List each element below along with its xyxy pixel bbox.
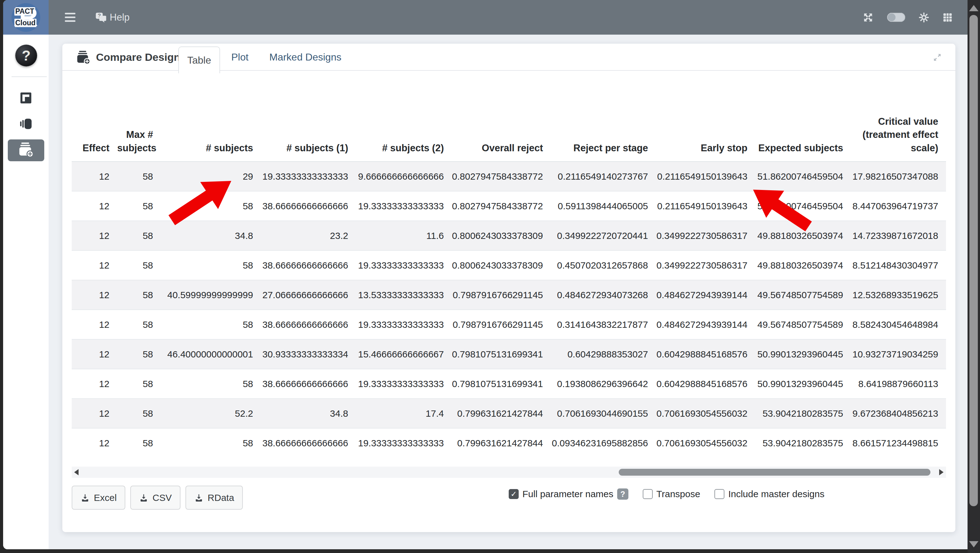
rdata-button[interactable]: RData: [186, 486, 243, 510]
card-expand-icon[interactable]: [932, 53, 942, 64]
checkbox-include-master-designs[interactable]: ✓ Include master designs: [714, 489, 824, 499]
settings-sun-icon[interactable]: [919, 13, 929, 22]
table-cell: 8.64198879660113: [851, 369, 946, 398]
vertical-scrollbar-thumb[interactable]: [969, 15, 978, 506]
checkbox-check-icon[interactable]: ✓: [643, 489, 653, 499]
tab-table[interactable]: Table: [178, 46, 220, 73]
theme-toggle-switch[interactable]: [887, 13, 905, 22]
table-cell: 17.98216507347088: [851, 162, 946, 191]
download-icon: [194, 493, 204, 502]
table-cell: 58: [117, 162, 161, 191]
scroll-left-arrow-icon[interactable]: [74, 469, 78, 475]
table-cell: 38.66666666666666: [261, 191, 356, 221]
table-cell: 58: [117, 310, 161, 339]
table-cell: 0.799631621427844: [452, 428, 551, 458]
horizontal-scrollbar[interactable]: [72, 467, 946, 478]
table-cell: 8.512148430304977: [851, 250, 946, 280]
column-header[interactable]: Effect: [72, 91, 117, 162]
checkbox-check-icon[interactable]: ✓: [509, 489, 519, 499]
table-cell: 46.40000000000001: [161, 339, 261, 369]
compare-designs-icon: [18, 142, 34, 159]
help-label: Help: [110, 12, 130, 23]
column-header[interactable]: # subjects: [161, 91, 261, 162]
question-avatar[interactable]: ?: [15, 45, 37, 67]
fullscreen-icon[interactable]: [863, 12, 873, 23]
compare-designs-title-icon: [76, 50, 91, 65]
vertical-scrollbar[interactable]: [967, 0, 980, 553]
tab-plot-label: Plot: [231, 51, 248, 63]
content-area: Compare Designs Table Plot Marked Design…: [49, 35, 967, 549]
scroll-right-arrow-icon[interactable]: [939, 469, 943, 475]
table-cell: 49.56748507754589: [755, 310, 851, 339]
horizontal-scrollbar-thumb[interactable]: [619, 469, 931, 476]
table-cell: 38.66666666666666: [261, 310, 356, 339]
pact-cloud-logo-icon: R PACT Cloud: [11, 3, 40, 32]
sidebar-item-compare-designs[interactable]: [8, 139, 44, 161]
table-cell: 50.99013293960445: [755, 369, 851, 398]
table-cell: 0.7981075131699341: [452, 369, 551, 398]
card-header: Compare Designs Table Plot Marked Design…: [62, 44, 955, 71]
tab-marked-designs[interactable]: Marked Designs: [269, 44, 341, 71]
table-cell: 0.2116549150139643: [656, 191, 755, 221]
column-header[interactable]: Overall reject: [452, 91, 551, 162]
apps-grid-icon[interactable]: [943, 13, 953, 22]
table-cell: 8.447063964719737: [851, 191, 946, 221]
column-header[interactable]: # subjects (2): [356, 91, 452, 162]
table-row: 12585838.6666666666666619.33333333333333…: [72, 191, 946, 221]
table-cell: 58: [117, 221, 161, 250]
table-cell: 0.7061693044690155: [551, 398, 656, 428]
sidebar-item-flip-panel[interactable]: [3, 92, 49, 105]
table-cell: 12: [72, 191, 117, 221]
table-cell: 58: [117, 398, 161, 428]
column-header[interactable]: Critical value (treatment effect scale): [851, 91, 946, 162]
scroll-down-arrow-icon[interactable]: [969, 541, 978, 547]
table-cell: 12: [72, 369, 117, 398]
table-cell: 8.582430454648984: [851, 310, 946, 339]
help-chat-icon: ?: [95, 12, 107, 23]
app-window: R PACT Cloud ? Help: [3, 0, 967, 549]
table-body: 12582919.333333333333339.666666666666666…: [72, 162, 946, 458]
excel-button[interactable]: Excel: [72, 486, 125, 510]
table-cell: 0.60429888353027: [551, 339, 656, 369]
table-cell: 13.53333333333333: [356, 280, 452, 310]
checkbox-full-parameter-names[interactable]: ✓ Full parameter names ?: [509, 488, 628, 500]
table-row: 125852.234.817.40.7996316214278440.70616…: [72, 398, 946, 428]
table-cell: 38.66666666666666: [261, 428, 356, 458]
checkbox-label: Full parameter names: [522, 489, 613, 499]
checkbox-transpose[interactable]: ✓ Transpose: [643, 489, 700, 499]
column-header[interactable]: Expected subjects: [755, 91, 851, 162]
table-cell: 0.2116549150139643: [656, 162, 755, 191]
checkbox-check-icon[interactable]: ✓: [714, 489, 724, 499]
table-cell: 58: [117, 280, 161, 310]
column-header[interactable]: Early stop: [656, 91, 755, 162]
table-cell: 0.7987916766291145: [452, 310, 551, 339]
sidebar-item-card-stack[interactable]: [3, 117, 49, 132]
csv-button[interactable]: CSV: [130, 486, 180, 510]
excel-button-label: Excel: [94, 492, 116, 503]
help-badge-icon[interactable]: ?: [617, 488, 628, 500]
table-cell: 53.9042180283575: [755, 428, 851, 458]
table-cell: 9.666666666666666: [356, 162, 452, 191]
sidebar-divider: [11, 76, 47, 77]
table-cell: 14.72339871672018: [851, 221, 946, 250]
column-header[interactable]: # subjects (1): [261, 91, 356, 162]
designs-table-wrap: EffectMax # subjects# subjects# subjects…: [72, 91, 946, 458]
table-cell: 58: [161, 428, 261, 458]
table-cell: 58: [117, 339, 161, 369]
scroll-up-arrow-icon[interactable]: [969, 5, 978, 11]
table-cell: 0.6042988845168576: [656, 339, 755, 369]
table-cell: 0.7987916766291145: [452, 280, 551, 310]
table-cell: 19.33333333333333: [356, 310, 452, 339]
brand-logo[interactable]: R PACT Cloud: [3, 0, 49, 35]
tab-plot[interactable]: Plot: [231, 44, 248, 71]
hamburger-menu-icon[interactable]: [65, 13, 75, 22]
table-cell: 12: [72, 339, 117, 369]
table-cell: 8.661571234498815: [851, 428, 946, 458]
table-cell: 19.33333333333333: [356, 250, 452, 280]
column-header[interactable]: Reject per stage: [551, 91, 656, 162]
table-row: 12585838.6666666666666619.33333333333333…: [72, 369, 946, 398]
column-header[interactable]: Max # subjects: [117, 91, 161, 162]
help-button[interactable]: ? Help: [95, 12, 130, 23]
tab-table-label: Table: [187, 54, 212, 66]
table-cell: 12: [72, 162, 117, 191]
